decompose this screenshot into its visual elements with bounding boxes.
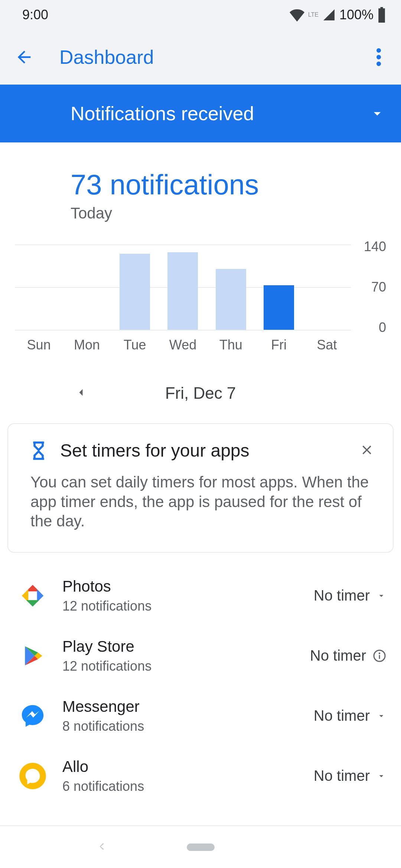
timer-dropdown[interactable]: No timer [314,707,386,724]
photos-icon [20,583,46,609]
battery-icon [377,7,386,23]
chart-x-label: Sun [15,337,63,353]
nav-back-button[interactable] [95,840,108,855]
metric-label: Notifications received [71,102,254,125]
home-pill[interactable] [187,844,215,851]
chart-y-label: 140 [364,239,386,254]
dropdown-icon [376,591,386,601]
back-button[interactable] [11,44,37,70]
chart-x-label: Sat [303,337,351,353]
summary-block: 73 notifications Today [0,142,401,222]
chart-bar-thu[interactable] [207,244,255,330]
signal-icon [322,8,336,22]
card-body: You can set daily timers for most apps. … [30,473,374,531]
timer-info[interactable]: No timer [310,647,386,664]
system-nav-bar [0,825,401,868]
chart-x-label: Tue [111,337,159,353]
timer-info-card: Set timers for your apps You can set dai… [7,423,394,553]
app-icon-allo [18,761,48,791]
allo-icon [18,762,47,790]
chart-x-label: Mon [63,337,111,353]
svg-point-1 [376,55,381,59]
chart-y-label: 0 [379,320,386,335]
app-subtitle: 6 notifications [62,779,299,794]
app-name: Messenger [62,698,299,716]
lte-label: LTE [308,12,319,18]
chart-x-label: Fri [255,337,303,353]
chart-bar-tue[interactable] [111,244,159,330]
wifi-icon [290,7,304,22]
card-close-button[interactable] [359,443,374,459]
app-row-messenger[interactable]: Messenger 8 notifications No timer [0,686,401,746]
weekly-chart[interactable]: SunMonTueWedThuFriSat 140700 [15,244,386,367]
timer-label: No timer [314,767,370,784]
svg-point-4 [379,652,381,654]
svg-point-0 [376,48,381,53]
timer-label: No timer [314,587,370,604]
chart-bar-sat[interactable] [303,244,351,330]
play-store-icon [21,644,44,667]
metric-selector[interactable]: Notifications received [0,85,401,142]
svg-rect-5 [379,655,380,659]
status-time: 9:00 [22,7,48,23]
chart-bar-sun[interactable] [15,244,63,330]
messenger-icon [20,703,46,729]
app-bar: Dashboard [0,30,401,85]
app-subtitle: 12 notifications [62,598,299,614]
battery-percent: 100% [339,7,374,23]
svg-point-2 [376,62,381,66]
app-subtitle: 8 notifications [62,719,299,734]
app-icon-play-store [18,641,48,671]
summary-count: 73 notifications [71,168,401,201]
summary-subtitle: Today [71,204,401,222]
page-title: Dashboard [59,46,368,68]
card-title: Set timers for your apps [60,440,346,461]
app-name: Allo [62,758,299,776]
chevron-left-icon [95,840,108,853]
close-icon [359,443,374,457]
chart-y-label: 70 [371,279,386,295]
chart-bar-mon[interactable] [63,244,111,330]
more-vert-icon [376,48,381,66]
chevron-down-icon [369,105,385,122]
status-icons: LTE 100% [290,7,386,23]
chart-bar-wed[interactable] [159,244,207,330]
current-date: Fri, Dec 7 [165,384,236,402]
app-name: Play Store [62,638,295,655]
dropdown-icon [376,711,386,721]
timer-label: No timer [310,647,366,664]
timer-dropdown[interactable]: No timer [314,587,386,604]
app-row-photos[interactable]: Photos 12 notifications No timer [0,566,401,626]
dropdown-icon [376,771,386,781]
arrow-back-icon [14,47,34,67]
app-name: Photos [62,578,299,595]
app-row-play-store[interactable]: Play Store 12 notifications No timer [0,626,401,686]
app-list: Photos 12 notifications No timer Play St… [0,566,401,806]
timer-label: No timer [314,707,370,724]
status-bar: 9:00 LTE 100% [0,0,401,30]
chart-bar-fri[interactable] [255,244,303,330]
timer-dropdown[interactable]: No timer [314,767,386,784]
app-subtitle: 12 notifications [62,658,295,674]
app-icon-messenger [18,701,48,731]
overflow-menu-button[interactable] [368,46,390,68]
info-icon [373,649,386,662]
chevron-left-icon [74,386,88,399]
chart-x-label: Wed [159,337,207,353]
prev-day-button[interactable] [74,386,88,401]
app-icon-photos [18,581,48,611]
app-row-allo[interactable]: Allo 6 notifications No timer [0,746,401,806]
hourglass-icon [30,441,47,460]
date-navigator: Fri, Dec 7 [0,367,401,423]
chart-x-label: Thu [207,337,255,353]
